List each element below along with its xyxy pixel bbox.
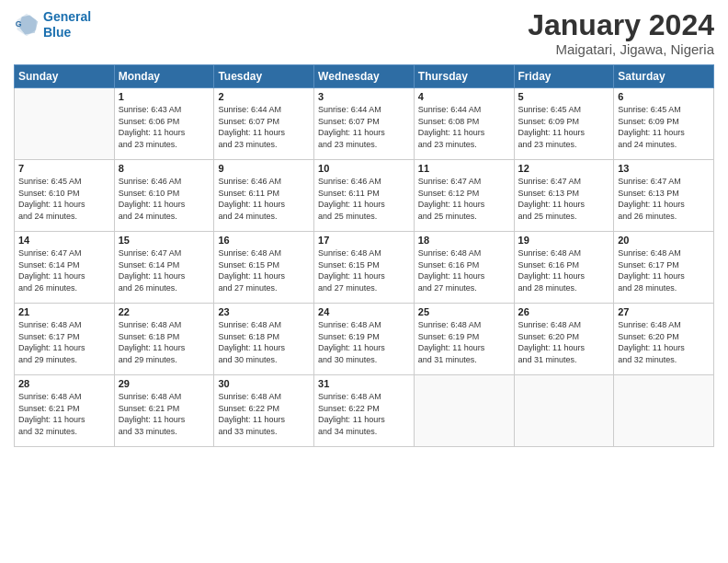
day-number: 25 <box>418 306 510 317</box>
header: G General Blue January 2024 Maigatari, J… <box>14 9 714 57</box>
day-number: 6 <box>618 91 710 102</box>
day-info: Sunrise: 6:47 AM Sunset: 6:13 PM Dayligh… <box>618 176 710 222</box>
calendar-cell: 17Sunrise: 6:48 AM Sunset: 6:15 PM Dayli… <box>314 232 415 304</box>
day-number: 11 <box>418 163 510 174</box>
day-info: Sunrise: 6:48 AM Sunset: 6:16 PM Dayligh… <box>418 247 510 293</box>
day-info: Sunrise: 6:48 AM Sunset: 6:18 PM Dayligh… <box>119 319 210 365</box>
calendar-cell: 7Sunrise: 6:45 AM Sunset: 6:10 PM Daylig… <box>15 160 115 232</box>
week-row-1: 7Sunrise: 6:45 AM Sunset: 6:10 PM Daylig… <box>15 160 714 232</box>
day-info: Sunrise: 6:48 AM Sunset: 6:20 PM Dayligh… <box>618 319 710 365</box>
day-number: 3 <box>318 91 410 102</box>
day-number: 20 <box>618 235 710 246</box>
day-number: 13 <box>618 163 710 174</box>
day-info: Sunrise: 6:44 AM Sunset: 6:07 PM Dayligh… <box>218 104 310 150</box>
day-number: 24 <box>318 306 410 317</box>
page: G General Blue January 2024 Maigatari, J… <box>0 0 728 563</box>
day-number: 23 <box>218 306 310 317</box>
calendar-cell: 24Sunrise: 6:48 AM Sunset: 6:19 PM Dayli… <box>314 304 415 375</box>
logo-text: General Blue <box>43 9 91 40</box>
day-number: 2 <box>218 91 310 102</box>
calendar-cell: 5Sunrise: 6:45 AM Sunset: 6:09 PM Daylig… <box>514 88 614 160</box>
day-info: Sunrise: 6:47 AM Sunset: 6:13 PM Dayligh… <box>518 176 610 222</box>
calendar-cell: 31Sunrise: 6:48 AM Sunset: 6:22 PM Dayli… <box>314 375 415 447</box>
calendar-subtitle: Maigatari, Jigawa, Nigeria <box>528 41 714 57</box>
calendar-cell: 20Sunrise: 6:48 AM Sunset: 6:17 PM Dayli… <box>614 232 714 304</box>
logo: G General Blue <box>14 9 91 40</box>
svg-text:G: G <box>16 19 22 29</box>
day-number: 5 <box>518 91 610 102</box>
week-row-4: 28Sunrise: 6:48 AM Sunset: 6:21 PM Dayli… <box>15 375 714 447</box>
day-number: 16 <box>218 235 310 246</box>
day-info: Sunrise: 6:48 AM Sunset: 6:16 PM Dayligh… <box>518 247 610 293</box>
header-row: Sunday Monday Tuesday Wednesday Thursday… <box>15 65 714 88</box>
day-number: 21 <box>18 306 110 317</box>
day-info: Sunrise: 6:48 AM Sunset: 6:15 PM Dayligh… <box>218 247 310 293</box>
day-info: Sunrise: 6:45 AM Sunset: 6:09 PM Dayligh… <box>518 104 610 150</box>
calendar-cell: 22Sunrise: 6:48 AM Sunset: 6:18 PM Dayli… <box>114 304 214 375</box>
day-number: 27 <box>618 306 710 317</box>
col-thursday: Thursday <box>414 65 514 88</box>
day-info: Sunrise: 6:46 AM Sunset: 6:11 PM Dayligh… <box>218 176 310 222</box>
calendar-cell <box>514 375 614 447</box>
calendar-cell: 12Sunrise: 6:47 AM Sunset: 6:13 PM Dayli… <box>514 160 614 232</box>
day-info: Sunrise: 6:48 AM Sunset: 6:21 PM Dayligh… <box>119 391 210 437</box>
week-row-3: 21Sunrise: 6:48 AM Sunset: 6:17 PM Dayli… <box>15 304 714 375</box>
day-info: Sunrise: 6:47 AM Sunset: 6:14 PM Dayligh… <box>18 247 110 293</box>
calendar-cell: 29Sunrise: 6:48 AM Sunset: 6:21 PM Dayli… <box>114 375 214 447</box>
day-number: 31 <box>318 378 410 389</box>
day-info: Sunrise: 6:44 AM Sunset: 6:08 PM Dayligh… <box>418 104 510 150</box>
day-info: Sunrise: 6:46 AM Sunset: 6:11 PM Dayligh… <box>318 176 410 222</box>
day-number: 19 <box>518 235 610 246</box>
calendar-title: January 2024 <box>528 9 714 41</box>
day-info: Sunrise: 6:43 AM Sunset: 6:06 PM Dayligh… <box>119 104 210 150</box>
calendar-cell: 1Sunrise: 6:43 AM Sunset: 6:06 PM Daylig… <box>114 88 214 160</box>
calendar-cell: 9Sunrise: 6:46 AM Sunset: 6:11 PM Daylig… <box>214 160 314 232</box>
calendar-cell: 6Sunrise: 6:45 AM Sunset: 6:09 PM Daylig… <box>614 88 714 160</box>
day-info: Sunrise: 6:47 AM Sunset: 6:14 PM Dayligh… <box>119 247 210 293</box>
calendar-cell: 13Sunrise: 6:47 AM Sunset: 6:13 PM Dayli… <box>614 160 714 232</box>
day-number: 7 <box>18 163 110 174</box>
col-tuesday: Tuesday <box>214 65 314 88</box>
col-sunday: Sunday <box>15 65 115 88</box>
day-info: Sunrise: 6:44 AM Sunset: 6:07 PM Dayligh… <box>318 104 410 150</box>
day-number: 9 <box>218 163 310 174</box>
calendar-cell <box>15 88 115 160</box>
day-number: 14 <box>18 235 110 246</box>
week-row-0: 1Sunrise: 6:43 AM Sunset: 6:06 PM Daylig… <box>15 88 714 160</box>
day-info: Sunrise: 6:48 AM Sunset: 6:20 PM Dayligh… <box>518 319 610 365</box>
day-number: 15 <box>119 235 210 246</box>
calendar-cell: 11Sunrise: 6:47 AM Sunset: 6:12 PM Dayli… <box>414 160 514 232</box>
day-info: Sunrise: 6:48 AM Sunset: 6:15 PM Dayligh… <box>318 247 410 293</box>
day-info: Sunrise: 6:48 AM Sunset: 6:18 PM Dayligh… <box>218 319 310 365</box>
calendar-cell <box>414 375 514 447</box>
calendar-cell: 16Sunrise: 6:48 AM Sunset: 6:15 PM Dayli… <box>214 232 314 304</box>
day-info: Sunrise: 6:48 AM Sunset: 6:19 PM Dayligh… <box>318 319 410 365</box>
calendar-cell: 27Sunrise: 6:48 AM Sunset: 6:20 PM Dayli… <box>614 304 714 375</box>
day-info: Sunrise: 6:45 AM Sunset: 6:09 PM Dayligh… <box>618 104 710 150</box>
day-info: Sunrise: 6:48 AM Sunset: 6:21 PM Dayligh… <box>18 391 110 437</box>
calendar-table: Sunday Monday Tuesday Wednesday Thursday… <box>14 64 714 447</box>
day-info: Sunrise: 6:45 AM Sunset: 6:10 PM Dayligh… <box>18 176 110 222</box>
day-info: Sunrise: 6:48 AM Sunset: 6:19 PM Dayligh… <box>418 319 510 365</box>
calendar-cell: 23Sunrise: 6:48 AM Sunset: 6:18 PM Dayli… <box>214 304 314 375</box>
day-number: 30 <box>218 378 310 389</box>
title-block: January 2024 Maigatari, Jigawa, Nigeria <box>528 9 714 57</box>
day-number: 8 <box>119 163 210 174</box>
calendar-cell: 3Sunrise: 6:44 AM Sunset: 6:07 PM Daylig… <box>314 88 415 160</box>
day-info: Sunrise: 6:48 AM Sunset: 6:17 PM Dayligh… <box>618 247 710 293</box>
col-friday: Friday <box>514 65 614 88</box>
calendar-cell: 2Sunrise: 6:44 AM Sunset: 6:07 PM Daylig… <box>214 88 314 160</box>
day-number: 4 <box>418 91 510 102</box>
calendar-cell: 14Sunrise: 6:47 AM Sunset: 6:14 PM Dayli… <box>15 232 115 304</box>
col-wednesday: Wednesday <box>314 65 415 88</box>
day-number: 26 <box>518 306 610 317</box>
calendar-cell: 30Sunrise: 6:48 AM Sunset: 6:22 PM Dayli… <box>214 375 314 447</box>
calendar-cell: 15Sunrise: 6:47 AM Sunset: 6:14 PM Dayli… <box>114 232 214 304</box>
day-number: 1 <box>119 91 210 102</box>
day-number: 12 <box>518 163 610 174</box>
day-number: 17 <box>318 235 410 246</box>
calendar-cell: 25Sunrise: 6:48 AM Sunset: 6:19 PM Dayli… <box>414 304 514 375</box>
col-monday: Monday <box>114 65 214 88</box>
day-number: 28 <box>18 378 110 389</box>
calendar-cell: 28Sunrise: 6:48 AM Sunset: 6:21 PM Dayli… <box>15 375 115 447</box>
